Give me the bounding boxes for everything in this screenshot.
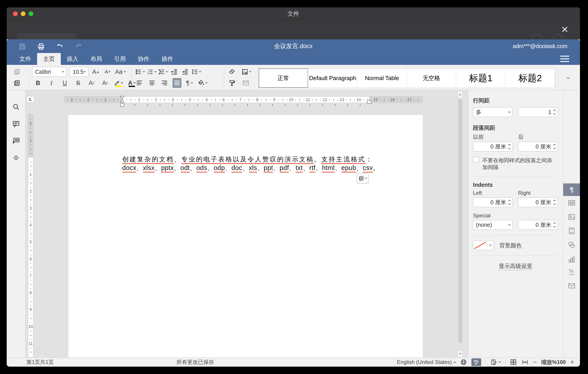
- scrollbar-thumb[interactable]: [458, 99, 462, 343]
- clear-style-icon[interactable]: [227, 67, 236, 77]
- increase-font-icon[interactable]: A▲: [91, 67, 100, 77]
- ribbon-tab-6[interactable]: 协作: [132, 53, 156, 65]
- background-color-picker[interactable]: [473, 241, 494, 250]
- ruler-number: 1: [138, 98, 140, 102]
- copy-style-icon[interactable]: [227, 78, 236, 88]
- ribbon-tab-1[interactable]: 文件: [13, 53, 37, 65]
- scroll-up-icon[interactable]: ▲: [458, 91, 463, 98]
- justify-icon[interactable]: [172, 78, 181, 88]
- tab-stop-selector[interactable]: L: [27, 96, 34, 102]
- align-center-icon[interactable]: [147, 78, 156, 88]
- align-left-icon[interactable]: [135, 78, 144, 88]
- spacing-before-spinner[interactable]: 0 厘米: [473, 142, 513, 152]
- align-right-icon[interactable]: [160, 78, 169, 88]
- page-count-status: 第1页共1页: [26, 358, 54, 367]
- document-text[interactable]: 创建复杂的文档、专业的电子表格以及令人赞叹的演示文稿。支持主流格式： docx、…: [122, 155, 375, 172]
- indent-right-spinner[interactable]: 0 厘米: [518, 198, 558, 207]
- increase-indent-icon[interactable]: [180, 67, 189, 77]
- no-space-between-checkbox[interactable]: [473, 157, 479, 163]
- multilevel-list-icon[interactable]: [158, 67, 168, 77]
- mail-merge-icon[interactable]: [241, 78, 250, 88]
- shape-settings-icon[interactable]: [563, 239, 580, 251]
- numbered-list-icon[interactable]: 123: [147, 67, 156, 77]
- line-spacing-icon[interactable]: [191, 67, 201, 77]
- ruler-number: 3: [172, 98, 174, 102]
- bold-button[interactable]: B: [33, 78, 42, 88]
- style-item-1[interactable]: 正常: [259, 68, 308, 88]
- document-language-icon[interactable]: [460, 359, 467, 365]
- style-item-3[interactable]: Normal Table: [357, 68, 407, 88]
- comments-icon[interactable]: [10, 118, 22, 130]
- ribbon-tab-2[interactable]: 主页: [37, 53, 61, 65]
- underline-button[interactable]: U: [60, 78, 69, 88]
- style-item-5[interactable]: 标题1: [456, 68, 505, 88]
- paste-icon[interactable]: [12, 78, 21, 88]
- strikethrough-button[interactable]: S: [74, 78, 83, 88]
- shading-fill-icon[interactable]: [198, 78, 207, 88]
- track-changes-icon[interactable]: [490, 359, 501, 365]
- navigation-headings-icon[interactable]: [10, 152, 22, 164]
- chat-icon[interactable]: [10, 135, 22, 146]
- ruler-number: 5: [206, 98, 208, 102]
- text-separator: 、: [315, 164, 322, 171]
- ruler-number: 7: [28, 274, 33, 278]
- image-settings-icon[interactable]: [563, 211, 580, 223]
- decrease-indent-icon[interactable]: [170, 67, 179, 77]
- superscript-icon[interactable]: A2: [87, 78, 96, 88]
- decrease-font-icon[interactable]: A▼: [103, 67, 112, 77]
- text-segment: xlsx: [143, 164, 155, 173]
- change-case-icon[interactable]: Aa: [115, 67, 126, 77]
- indent-left-spinner[interactable]: 0 厘米: [473, 198, 513, 207]
- ruler-number: 11: [28, 341, 33, 346]
- fit-page-icon[interactable]: [510, 359, 517, 366]
- ribbon-tab-4[interactable]: 布局: [84, 53, 108, 65]
- spacing-after-spinner[interactable]: 0 厘米: [518, 142, 558, 152]
- subscript-icon[interactable]: A2: [101, 78, 109, 88]
- paste-options-button[interactable]: [357, 173, 368, 183]
- font-name-select[interactable]: Calibri: [32, 67, 67, 77]
- first-line-indent-marker[interactable]: [119, 96, 125, 104]
- language-selector[interactable]: English (United States): [397, 359, 455, 365]
- style-item-4[interactable]: 无空格: [407, 68, 456, 88]
- gallery-expand-icon[interactable]: [558, 68, 578, 88]
- zoom-out-button[interactable]: −: [533, 359, 537, 365]
- advanced-settings-link[interactable]: 显示高级设置: [473, 262, 558, 270]
- highlight-color-icon[interactable]: [114, 78, 123, 88]
- ribbon-tab-3[interactable]: 插入: [61, 53, 84, 65]
- ruler-number: 17: [407, 98, 411, 102]
- font-size-select[interactable]: 10.5: [70, 67, 88, 77]
- bullet-list-icon[interactable]: [135, 67, 145, 77]
- search-icon[interactable]: [10, 101, 22, 112]
- style-item-6[interactable]: 标题2: [505, 68, 555, 88]
- special-amount-spinner[interactable]: 0 厘米: [518, 220, 558, 230]
- zoom-in-button[interactable]: +: [570, 359, 574, 365]
- close-icon[interactable]: ✕: [560, 25, 570, 34]
- paragraph-settings-icon[interactable]: ¶: [563, 183, 580, 196]
- document-page[interactable]: 创建复杂的文档、专业的电子表格以及令人赞叹的演示文稿。支持主流格式： docx、…: [68, 115, 423, 357]
- scroll-down-icon[interactable]: ▼: [458, 351, 463, 357]
- ribbon-tab-7[interactable]: 插件: [156, 53, 179, 65]
- nonprinting-chars-icon[interactable]: ¶: [185, 78, 194, 88]
- spellcheck-toggle-icon[interactable]: ABC: [471, 358, 481, 366]
- line-spacing-value-spinner[interactable]: 1: [518, 107, 558, 117]
- text-segment: txt: [295, 164, 303, 173]
- special-select[interactable]: (none): [473, 220, 513, 230]
- table-shading-icon[interactable]: [241, 67, 251, 77]
- italic-button[interactable]: I: [47, 78, 56, 88]
- ruler-number: 1: [28, 172, 33, 177]
- left-indent-marker[interactable]: [119, 103, 125, 107]
- vertical-scrollbar[interactable]: ▲ ▼: [458, 91, 463, 357]
- text-art-settings-icon[interactable]: Ta: [563, 265, 580, 278]
- menu-icon[interactable]: [560, 56, 569, 62]
- chart-settings-icon[interactable]: [563, 253, 580, 266]
- app-window: 文件 ✕ 会议发言.docx adm***@dootask.com 文: [7, 7, 580, 367]
- table-settings-icon[interactable]: [563, 197, 580, 209]
- copy-icon[interactable]: [12, 67, 21, 77]
- text-segment: ods: [196, 164, 207, 173]
- line-spacing-type-select[interactable]: 多: [473, 107, 513, 117]
- header-footer-settings-icon[interactable]: [563, 225, 580, 237]
- fit-width-icon[interactable]: [521, 359, 529, 366]
- ribbon-tab-5[interactable]: 引用: [108, 53, 132, 65]
- mail-merge-settings-icon[interactable]: [563, 280, 580, 292]
- style-item-2[interactable]: Default Paragraph: [308, 68, 357, 88]
